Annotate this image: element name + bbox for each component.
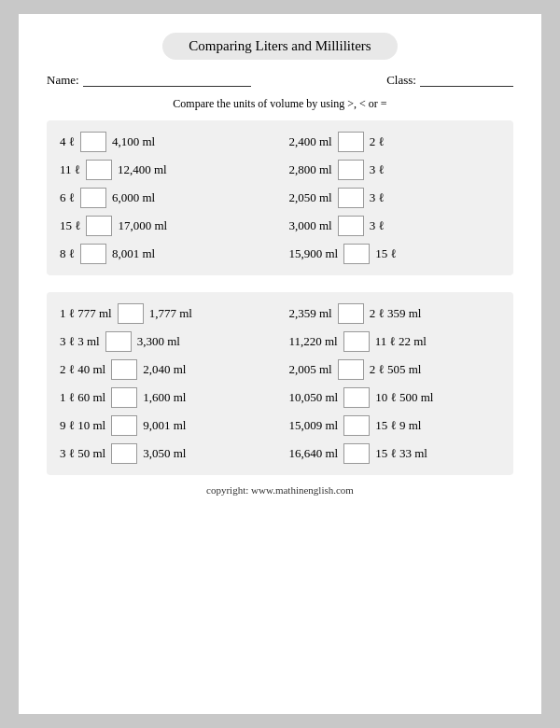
problem2-left-0: 1 ℓ 777 ml 1,777 ml <box>60 303 272 324</box>
left2-value: 15,009 ml <box>288 418 338 433</box>
left2-value: 16,640 ml <box>288 446 338 461</box>
class-field-group: Class: <box>386 73 513 88</box>
answer-box-2[interactable] <box>338 216 364 236</box>
worksheet-page: Comparing Liters and Milliliters Name: C… <box>19 14 541 714</box>
answer-box[interactable] <box>111 387 137 408</box>
name-underline[interactable] <box>83 74 251 87</box>
answer-box-2[interactable] <box>338 359 364 380</box>
right2-value: 3 ℓ <box>370 218 385 233</box>
left-value: 3 ℓ 50 ml <box>60 446 105 461</box>
right2-value: 15 ℓ <box>375 246 396 261</box>
copyright-text: copyright: www.mathinenglish.com <box>47 484 513 496</box>
problem2-right-2: 2,005 ml 2 ℓ 505 ml <box>288 359 500 380</box>
section-1: 4 ℓ 4,100 ml 2,400 ml 2 ℓ 11 ℓ 12,400 ml… <box>47 120 513 275</box>
problem-right-4: 15,900 ml 15 ℓ <box>288 244 500 264</box>
left-value: 15 ℓ <box>60 218 80 233</box>
problem-row-2: 3 ℓ 3 ml 3,300 ml 11,220 ml 11 ℓ 22 ml <box>60 328 500 356</box>
section-2: 1 ℓ 777 ml 1,777 ml 2,359 ml 2 ℓ 359 ml … <box>47 292 513 475</box>
answer-box-2[interactable] <box>338 160 364 180</box>
right2-value: 3 ℓ <box>370 162 385 177</box>
answer-box-2[interactable] <box>338 188 364 208</box>
answer-box[interactable] <box>80 132 106 152</box>
right-value: 1,600 ml <box>143 390 186 405</box>
answer-box[interactable] <box>111 443 137 464</box>
right-value: 17,000 ml <box>118 218 167 233</box>
problem-left-3: 15 ℓ 17,000 ml <box>60 216 272 236</box>
answer-box-2[interactable] <box>343 331 370 352</box>
answer-box[interactable] <box>105 331 132 352</box>
left2-value: 2,800 ml <box>288 162 331 177</box>
instructions-text: Compare the units of volume by using >, … <box>47 97 513 111</box>
left2-value: 11,220 ml <box>288 334 337 349</box>
problem-row: 11 ℓ 12,400 ml 2,800 ml 3 ℓ <box>60 156 500 184</box>
left-value: 3 ℓ 3 ml <box>60 334 100 349</box>
right-value: 4,100 ml <box>112 134 155 149</box>
problem2-left-1: 3 ℓ 3 ml 3,300 ml <box>60 331 272 352</box>
problem2-left-2: 2 ℓ 40 ml 2,040 ml <box>60 359 272 380</box>
left-value: 2 ℓ 40 ml <box>60 362 105 377</box>
right-value: 8,001 ml <box>112 246 155 261</box>
answer-box[interactable] <box>111 415 137 436</box>
left-value: 4 ℓ <box>60 134 75 149</box>
class-label: Class: <box>386 73 416 88</box>
answer-box[interactable] <box>80 188 106 208</box>
problem-right-3: 3,000 ml 3 ℓ <box>288 216 500 236</box>
problem-right-1: 2,800 ml 3 ℓ <box>288 160 500 180</box>
problem2-right-5: 16,640 ml 15 ℓ 33 ml <box>288 443 500 464</box>
problem-left-1: 11 ℓ 12,400 ml <box>60 160 272 180</box>
right2-value: 2 ℓ 359 ml <box>370 306 422 321</box>
worksheet-title: Comparing Liters and Milliliters <box>162 33 397 60</box>
class-underline[interactable] <box>420 74 513 87</box>
left2-value: 15,900 ml <box>288 246 338 261</box>
problem-right-0: 2,400 ml 2 ℓ <box>288 132 500 152</box>
name-class-row: Name: Class: <box>47 73 513 88</box>
problem-row: 8 ℓ 8,001 ml 15,900 ml 15 ℓ <box>60 240 500 268</box>
right2-value: 11 ℓ 22 ml <box>375 334 427 349</box>
answer-box[interactable] <box>86 216 112 236</box>
problem-row-2: 1 ℓ 777 ml 1,777 ml 2,359 ml 2 ℓ 359 ml <box>60 300 500 328</box>
left-value: 1 ℓ 60 ml <box>60 390 105 405</box>
problem2-left-3: 1 ℓ 60 ml 1,600 ml <box>60 387 272 408</box>
answer-box[interactable] <box>86 160 112 180</box>
problem2-right-3: 10,050 ml 10 ℓ 500 ml <box>288 387 500 408</box>
right-value: 3,050 ml <box>143 446 186 461</box>
problem-row-2: 9 ℓ 10 ml 9,001 ml 15,009 ml 15 ℓ 9 ml <box>60 412 500 440</box>
answer-box-2[interactable] <box>343 244 370 264</box>
left-value: 6 ℓ <box>60 190 75 205</box>
right-value: 3,300 ml <box>137 334 180 349</box>
problem-row-2: 1 ℓ 60 ml 1,600 ml 10,050 ml 10 ℓ 500 ml <box>60 384 500 412</box>
left-value: 9 ℓ 10 ml <box>60 418 105 433</box>
title-box: Comparing Liters and Milliliters <box>47 33 513 60</box>
left2-value: 2,050 ml <box>288 190 331 205</box>
right2-value: 3 ℓ <box>370 190 385 205</box>
answer-box-2[interactable] <box>338 303 364 324</box>
problem-row: 15 ℓ 17,000 ml 3,000 ml 3 ℓ <box>60 212 500 240</box>
answer-box-2[interactable] <box>343 443 370 464</box>
right-value: 1,777 ml <box>149 306 192 321</box>
problem-left-2: 6 ℓ 6,000 ml <box>60 188 272 208</box>
right-value: 2,040 ml <box>143 362 186 377</box>
problem2-left-5: 3 ℓ 50 ml 3,050 ml <box>60 443 272 464</box>
answer-box[interactable] <box>111 359 137 380</box>
problem2-left-4: 9 ℓ 10 ml 9,001 ml <box>60 415 272 436</box>
right2-value: 15 ℓ 9 ml <box>375 418 421 433</box>
answer-box[interactable] <box>118 303 144 324</box>
right2-value: 10 ℓ 500 ml <box>375 390 433 405</box>
left2-value: 10,050 ml <box>288 390 338 405</box>
right2-value: 2 ℓ 505 ml <box>370 362 422 377</box>
right-value: 6,000 ml <box>112 190 155 205</box>
answer-box-2[interactable] <box>338 132 364 152</box>
answer-box[interactable] <box>80 244 106 264</box>
left-value: 11 ℓ <box>60 162 80 177</box>
answer-box-2[interactable] <box>343 387 370 408</box>
right2-value: 2 ℓ <box>370 134 385 149</box>
answer-box-2[interactable] <box>343 415 370 436</box>
problem-left-0: 4 ℓ 4,100 ml <box>60 132 272 152</box>
problem-left-4: 8 ℓ 8,001 ml <box>60 244 272 264</box>
right-value: 9,001 ml <box>143 418 186 433</box>
left-value: 8 ℓ <box>60 246 75 261</box>
problem-row: 4 ℓ 4,100 ml 2,400 ml 2 ℓ <box>60 128 500 156</box>
name-field-group: Name: <box>47 73 251 88</box>
right-value: 12,400 ml <box>118 162 167 177</box>
left2-value: 2,359 ml <box>288 306 331 321</box>
